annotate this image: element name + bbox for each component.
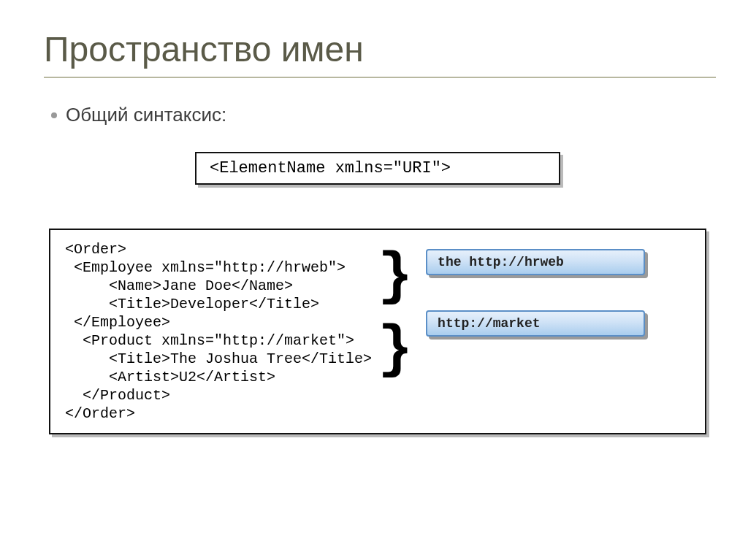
namespace-label-market: http://market <box>426 310 645 337</box>
bullet-text: Общий синтаксис: <box>66 104 226 126</box>
namespace-label-hrweb: the http://hrweb <box>426 249 645 275</box>
code-column: <Order> <Employee xmlns="http://hrweb"> … <box>65 240 372 423</box>
code-line: <Name>Jane Doe</Name> <box>65 277 372 295</box>
code-line: </Order> <box>65 404 372 423</box>
code-line: <Title>The Joshua Tree</Title> <box>65 350 372 368</box>
bullet-row: Общий синтаксис: <box>51 104 711 126</box>
code-line: <Title>Developer</Title> <box>65 295 372 313</box>
namespace-label-text: http://market <box>426 310 645 337</box>
code-line: </Employee> <box>65 313 372 331</box>
namespace-label-text: the http://hrweb <box>426 249 645 275</box>
brace-column: } } <box>372 240 413 423</box>
label-column: the http://hrweb http://market <box>413 240 645 423</box>
slide: Пространство имен Общий синтаксис: <Elem… <box>0 0 748 560</box>
code-line: <Employee xmlns="http://hrweb"> <box>65 258 372 277</box>
title-underline <box>44 77 716 78</box>
syntax-code: <ElementName xmlns="URI"> <box>210 159 451 177</box>
code-line: </Product> <box>65 386 372 404</box>
bullet-icon <box>51 112 57 118</box>
code-line: <Artist>U2</Artist> <box>65 368 372 386</box>
syntax-box: <ElementName xmlns="URI"> <box>195 152 560 185</box>
brace-icon: } <box>378 313 413 386</box>
example-box: <Order> <Employee xmlns="http://hrweb"> … <box>49 229 706 434</box>
code-line: <Order> <box>65 240 372 258</box>
code-line: <Product xmlns="http://market"> <box>65 331 372 350</box>
slide-title: Пространство имен <box>44 29 711 69</box>
brace-icon: } <box>378 240 413 313</box>
